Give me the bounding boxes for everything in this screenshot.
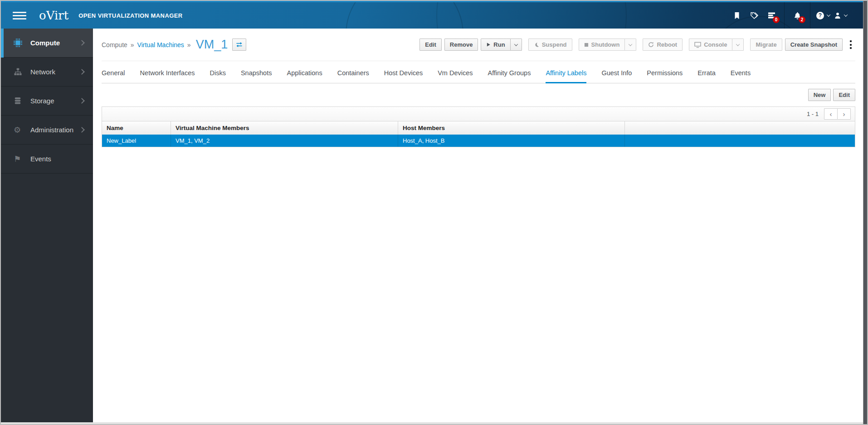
chevron-right-icon [79, 69, 85, 75]
console-button[interactable]: Console [689, 39, 732, 51]
vm-action-toolbar: Edit Remove Run Suspend [419, 39, 855, 51]
menu-toggle-icon[interactable] [13, 12, 26, 19]
column-header-empty [625, 121, 855, 135]
column-header-vm-members[interactable]: Virtual Machine Members [171, 121, 398, 135]
exchange-icon [236, 41, 243, 48]
table-header-row: Name Virtual Machine Members Host Member… [102, 121, 855, 135]
moon-icon [534, 42, 539, 48]
tab-containers[interactable]: Containers [337, 69, 369, 83]
masthead: oVirt OPEN VIRTUALIZATION MANAGER 0 [1, 1, 867, 29]
tab-events[interactable]: Events [731, 69, 751, 83]
product-name: OPEN VIRTUALIZATION MANAGER [78, 12, 182, 19]
chevron-down-icon [629, 42, 632, 46]
cell-empty [625, 135, 855, 147]
tasks-count-badge: 0 [773, 16, 780, 23]
column-header-name[interactable]: Name [102, 121, 171, 135]
sidebar-item-label: Events [30, 155, 51, 163]
pagination-range: 1 - 1 [807, 111, 819, 117]
help-menu[interactable]: ? [814, 2, 832, 29]
sidebar-item-administration[interactable]: ⚙ Administration [1, 116, 93, 145]
tab-host-devices[interactable]: Host Devices [384, 69, 423, 83]
page-title: VM_1 [196, 38, 228, 52]
breadcrumb-link-virtual-machines[interactable]: Virtual Machines [137, 41, 184, 48]
sidebar-item-storage[interactable]: Storage [1, 87, 93, 116]
bookmark-icon[interactable] [728, 2, 746, 29]
migrate-button[interactable]: Migrate [750, 39, 782, 51]
tab-errata[interactable]: Errata [697, 69, 716, 83]
tags-icon[interactable] [746, 2, 763, 29]
label-actions: New Edit [102, 89, 855, 101]
remove-button[interactable]: Remove [444, 39, 478, 51]
reboot-icon [648, 42, 654, 48]
window-bottom-edge [1, 422, 863, 424]
table-row-selected[interactable]: New_Label VM_1, VM_2 Host_A, Host_B [102, 135, 855, 147]
breadcrumb: Compute » Virtual Machines » [102, 41, 194, 48]
console-button-group: Console [689, 39, 744, 51]
tab-affinity-groups[interactable]: Affinity Groups [488, 69, 531, 83]
edit-button[interactable]: Edit [419, 39, 442, 51]
prev-page-button[interactable]: ‹ [824, 108, 838, 120]
application-window: oVirt OPEN VIRTUALIZATION MANAGER 0 [0, 0, 868, 425]
console-dropdown-button[interactable] [732, 39, 744, 51]
tab-vm-devices[interactable]: Vm Devices [438, 69, 473, 83]
run-button[interactable]: Run [481, 39, 510, 51]
sidebar-item-label: Storage [30, 97, 54, 105]
database-icon [14, 97, 24, 105]
masthead-decoration [436, 1, 627, 29]
tab-general[interactable]: General [102, 69, 125, 83]
exchange-icon-button[interactable] [232, 39, 246, 51]
detail-tabs: General Network Interfaces Disks Snapsho… [102, 61, 855, 83]
chevron-down-icon [827, 13, 830, 16]
suspend-button[interactable]: Suspend [528, 39, 572, 51]
chevron-down-icon [736, 42, 740, 46]
cell-name: New_Label [102, 135, 171, 147]
sidebar-item-events[interactable]: ⚑ Events [1, 145, 93, 174]
reboot-button[interactable]: Reboot [643, 39, 683, 51]
tab-permissions[interactable]: Permissions [647, 69, 683, 83]
new-button[interactable]: New [808, 89, 831, 101]
play-icon [486, 42, 491, 47]
next-page-button[interactable]: › [837, 108, 851, 120]
user-menu[interactable] [832, 2, 849, 29]
shutdown-button-group: Shutdown [579, 39, 637, 51]
edit-label-button[interactable]: Edit [833, 89, 855, 101]
tab-affinity-labels[interactable]: Affinity Labels [546, 69, 586, 83]
cell-host-members: Host_A, Host_B [398, 135, 625, 147]
chevron-right-icon [79, 98, 85, 104]
tab-applications[interactable]: Applications [287, 69, 322, 83]
sidebar-item-network[interactable]: Network [1, 58, 93, 87]
user-icon [834, 12, 841, 19]
run-dropdown-button[interactable] [510, 39, 522, 51]
tab-network-interfaces[interactable]: Network Interfaces [140, 69, 195, 83]
tab-disks[interactable]: Disks [210, 69, 225, 83]
shutdown-dropdown-button[interactable] [624, 39, 636, 51]
tab-snapshots[interactable]: Snapshots [241, 69, 272, 83]
alerts-count-badge: 2 [799, 16, 805, 23]
create-snapshot-button[interactable]: Create Snapshot [785, 39, 843, 51]
chevron-down-icon [514, 42, 517, 46]
window-right-edge [863, 1, 867, 424]
stop-icon [584, 43, 589, 47]
chevron-down-icon [844, 13, 847, 16]
ovirt-logo[interactable]: oVirt [39, 10, 68, 21]
help-icon: ? [816, 12, 824, 19]
tasks-icon[interactable]: 0 [763, 2, 780, 29]
chevron-right-icon [79, 40, 85, 46]
network-icon [14, 68, 24, 76]
main-content: Compute » Virtual Machines » VM_1 Edit R… [93, 29, 867, 424]
masthead-divider [810, 2, 810, 29]
microchip-icon [14, 39, 24, 47]
more-actions-kebab-icon[interactable] [846, 39, 855, 51]
tab-guest-info[interactable]: Guest Info [601, 69, 632, 83]
notifications-bell-icon[interactable]: 2 [789, 2, 806, 29]
column-header-host-members[interactable]: Host Members [398, 121, 625, 135]
gear-icon: ⚙ [14, 126, 24, 134]
shutdown-button[interactable]: Shutdown [579, 39, 625, 51]
vertical-nav: Compute Network [1, 29, 93, 424]
chevron-right-icon [79, 127, 85, 133]
grid-toolbar: 1 - 1 ‹ › [102, 106, 855, 121]
breadcrumb-separator: » [131, 41, 134, 48]
monitor-icon [694, 42, 701, 48]
masthead-actions: 0 2 ? [728, 2, 849, 29]
sidebar-item-compute[interactable]: Compute [1, 29, 93, 58]
